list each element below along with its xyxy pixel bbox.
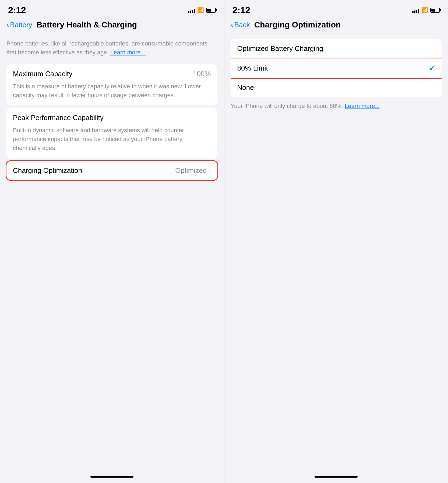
charging-opt-value: Optimized › (175, 166, 211, 175)
options-section: Optimized Battery Charging 80% Limit ✓ N… (231, 39, 442, 97)
nav-bar-right: ‹ Back Charging Optimization (224, 18, 448, 34)
back-label-right: Back (234, 21, 250, 29)
option-optimized-battery-charging[interactable]: Optimized Battery Charging (231, 39, 442, 58)
home-indicator-right (315, 476, 358, 478)
charging-opt-title: Charging Optimization (13, 166, 82, 175)
left-panel: 2:12 📶 ‹ Battery Battery Health & Chargi… (0, 0, 224, 483)
chevron-left-icon: ‹ (6, 21, 9, 29)
max-capacity-card: Maximum Capacity 100% This is a measure … (6, 64, 217, 105)
chevron-right-icon: › (209, 167, 211, 174)
option-none[interactable]: None (231, 78, 442, 97)
status-icons-right: 📶 (412, 7, 440, 13)
max-capacity-title: Maximum Capacity (13, 70, 72, 78)
back-button-left[interactable]: ‹ Battery (6, 21, 32, 29)
learn-more-link-left[interactable]: Learn more... (110, 49, 146, 56)
content-left: Phone batteries, like all rechargeable b… (0, 34, 224, 476)
signal-icon-right (412, 8, 419, 13)
battery-icon (206, 8, 216, 13)
learn-more-link-right[interactable]: Learn more... (345, 103, 380, 109)
right-panel: 2:12 📶 ‹ Back Charging Optimization (224, 0, 448, 483)
nav-bar-left: ‹ Battery Battery Health & Charging (0, 18, 224, 34)
page-title-left: Battery Health & Charging (37, 20, 137, 29)
battery-icon-right (430, 8, 440, 13)
back-button-right[interactable]: ‹ Back (231, 21, 250, 29)
option-80-limit-label: 80% Limit (237, 64, 268, 72)
wifi-icon: 📶 (197, 7, 204, 13)
status-icons-left: 📶 (188, 7, 216, 13)
peak-performance-title: Peak Performance Capability (13, 114, 104, 122)
checkmark-icon: ✓ (429, 64, 435, 73)
wifi-icon-right: 📶 (421, 7, 428, 13)
time-right: 2:12 (232, 5, 250, 15)
option-optimized-battery-charging-label: Optimized Battery Charging (237, 44, 323, 53)
option-none-label: None (237, 83, 254, 92)
back-label-left: Battery (10, 21, 32, 29)
home-indicator-left (90, 476, 133, 478)
status-bar-left: 2:12 📶 (0, 0, 224, 18)
option-80-limit[interactable]: 80% Limit ✓ (231, 58, 442, 78)
page-title-right: Charging Optimization (254, 20, 341, 29)
status-bar-right: 2:12 📶 (224, 0, 448, 18)
signal-icon (188, 8, 195, 13)
chevron-left-icon-right: ‹ (231, 21, 233, 29)
description-text: Phone batteries, like all rechargeable b… (6, 39, 217, 57)
info-text-right: Your iPhone will only charge to about 80… (231, 102, 442, 110)
content-right: Optimized Battery Charging 80% Limit ✓ N… (224, 34, 448, 476)
max-capacity-value: 100% (193, 70, 211, 78)
peak-performance-card: Peak Performance Capability Built-in dyn… (6, 108, 217, 158)
time-left: 2:12 (8, 5, 26, 15)
peak-performance-description: Built-in dynamic software and hardware s… (13, 126, 211, 152)
charging-optimization-card[interactable]: Charging Optimization Optimized › (6, 161, 217, 180)
max-capacity-description: This is a measure of battery capacity re… (13, 82, 211, 100)
